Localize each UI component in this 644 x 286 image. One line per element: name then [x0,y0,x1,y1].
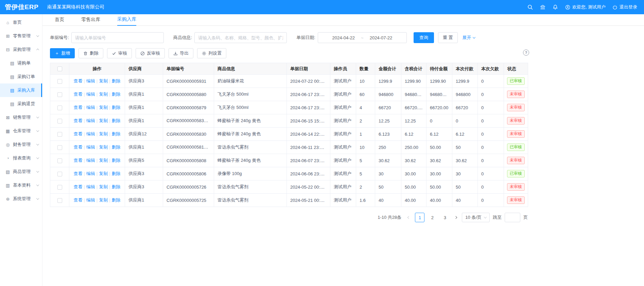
operator-cell: 测试用户 [330,141,356,154]
delete-link[interactable]: 删除 [112,92,121,97]
edit-link[interactable]: 编辑 [86,78,95,83]
sidebar-item-sales[interactable]: ⊠ 销售管理 [0,111,42,124]
edit-link[interactable]: 编辑 [86,118,95,123]
delete-link[interactable]: 删除 [112,78,121,83]
col-header-tax-amount: 含税合计 [401,63,427,75]
copy-link[interactable]: 复制 [99,158,108,163]
tab-retail-outbound[interactable]: 零售出库 [81,17,100,25]
sidebar-item-warehouse[interactable]: ▦ 仓库管理 [0,124,42,138]
delete-link[interactable]: 删除 [112,158,121,163]
view-link[interactable]: 查看 [73,197,82,203]
view-link[interactable]: 查看 [73,171,82,176]
copy-link[interactable]: 复制 [99,131,108,136]
page-button-1[interactable]: 1 [415,213,424,222]
search-button[interactable]: 查询 [414,32,434,43]
view-link[interactable]: 查看 [73,78,82,83]
delete-link[interactable]: 删除 [112,145,121,150]
sidebar-item-retail[interactable]: ⊞ 零售管理 [0,29,42,43]
row-checkbox[interactable] [57,132,62,137]
sidebar-item-purchase-request[interactable]: ▤ 请购单 [0,56,42,70]
bank-icon[interactable] [540,4,546,10]
edit-link[interactable]: 编辑 [86,92,95,97]
delete-button[interactable]: 删除 [79,48,103,58]
search-icon[interactable] [527,4,533,10]
delete-link[interactable]: 删除 [112,184,121,189]
row-checkbox[interactable] [57,106,62,110]
reset-button[interactable]: 重 置 [438,32,458,43]
delete-link[interactable]: 删除 [112,197,121,203]
date-to-value[interactable]: 2024-07-22 [370,35,393,40]
copy-link[interactable]: 复制 [99,184,108,189]
view-link[interactable]: 查看 [73,184,82,189]
logout-button[interactable]: 退出登录 [612,4,637,10]
page-size-select[interactable]: 10 条/页 [462,213,490,222]
add-button[interactable]: ＋ 新增 [50,48,75,58]
page-button-3[interactable]: 3 [440,213,450,222]
date-from-value[interactable]: 2024-04-22 [332,35,355,40]
tax-amount-cell: 12.25 [401,114,427,128]
sidebar-item-basic-data[interactable]: ▥ 基本资料 [0,178,42,192]
audit-button[interactable]: 审核 [107,48,132,58]
sidebar-item-purchase-return[interactable]: ▤ 采购退货 [0,97,42,111]
row-checkbox[interactable] [57,145,62,150]
edit-link[interactable]: 编辑 [86,197,95,203]
copy-link[interactable]: 复制 [99,92,108,97]
help-icon[interactable]: ? [523,50,529,56]
edit-link[interactable]: 编辑 [86,145,95,150]
bell-icon[interactable] [553,4,558,10]
sidebar-item-purchase-order[interactable]: ▤ 采购订单 [0,70,42,83]
edit-link[interactable]: 编辑 [86,171,95,176]
row-checkbox[interactable] [57,119,62,123]
next-page-button[interactable] [453,213,459,222]
copy-link[interactable]: 复制 [99,197,108,203]
edit-link[interactable]: 编辑 [86,184,95,189]
expand-toggle[interactable]: 展开 [463,35,475,41]
product-info-input[interactable] [194,32,287,43]
edit-link[interactable]: 编辑 [86,158,95,163]
view-link[interactable]: 查看 [73,145,82,150]
tab-purchase-inbound[interactable]: 采购入库 [117,16,136,26]
welcome-user[interactable]: 欢迎您, 测试用户 [565,4,606,10]
copy-link[interactable]: 复制 [99,105,108,110]
view-link[interactable]: 查看 [73,118,82,123]
row-checkbox[interactable] [57,158,62,163]
copy-link[interactable]: 复制 [99,118,108,123]
delete-link[interactable]: 删除 [112,105,121,110]
delete-link[interactable]: 删除 [112,131,121,136]
sidebar-item-products[interactable]: ▧ 商品管理 [0,165,42,178]
page-unit-label: 页 [523,214,528,221]
sidebar-item-reports[interactable]: ◔ 报表查询 [0,151,42,165]
bill-no-input[interactable] [71,32,164,43]
copy-link[interactable]: 复制 [99,171,108,176]
tab-home[interactable]: 首页 [55,17,64,25]
row-checkbox[interactable] [57,185,62,190]
sidebar-item-purchase-inbound[interactable]: ▤ 采购入库 [0,83,42,97]
row-checkbox[interactable] [57,172,62,176]
edit-link[interactable]: 编辑 [86,105,95,110]
jump-page-input[interactable] [505,213,520,222]
date-range-picker[interactable]: 2024-04-22 ~ 2024-07-22 [318,32,407,43]
row-checkbox[interactable] [57,198,62,203]
view-link[interactable]: 查看 [73,131,82,136]
delete-link[interactable]: 删除 [112,118,121,123]
select-all-checkbox[interactable] [57,66,62,71]
row-checkbox[interactable] [57,92,62,97]
delete-link[interactable]: 删除 [112,171,121,176]
sidebar-item-finance[interactable]: ◎ 财务管理 [0,138,42,151]
view-link[interactable]: 查看 [73,158,82,163]
prev-page-button[interactable] [406,213,412,222]
sidebar-item-purchase[interactable]: ⊟ 采购管理 [0,43,42,56]
edit-link[interactable]: 编辑 [86,131,95,136]
column-settings-button[interactable]: 列设置 [197,48,226,58]
sidebar-item-system[interactable]: ⊛ 系统管理 [0,192,42,206]
operator-cell: 测试用户 [330,180,356,194]
row-checkbox[interactable] [57,79,62,84]
view-link[interactable]: 查看 [73,92,82,97]
unaudit-button[interactable]: 反审核 [136,48,165,58]
sidebar-item-home[interactable]: ⌂ 首页 [0,16,42,29]
export-button[interactable]: 导出 [169,48,193,58]
view-link[interactable]: 查看 [73,105,82,110]
copy-link[interactable]: 复制 [99,78,108,83]
page-button-2[interactable]: 2 [428,213,437,222]
copy-link[interactable]: 复制 [99,145,108,150]
